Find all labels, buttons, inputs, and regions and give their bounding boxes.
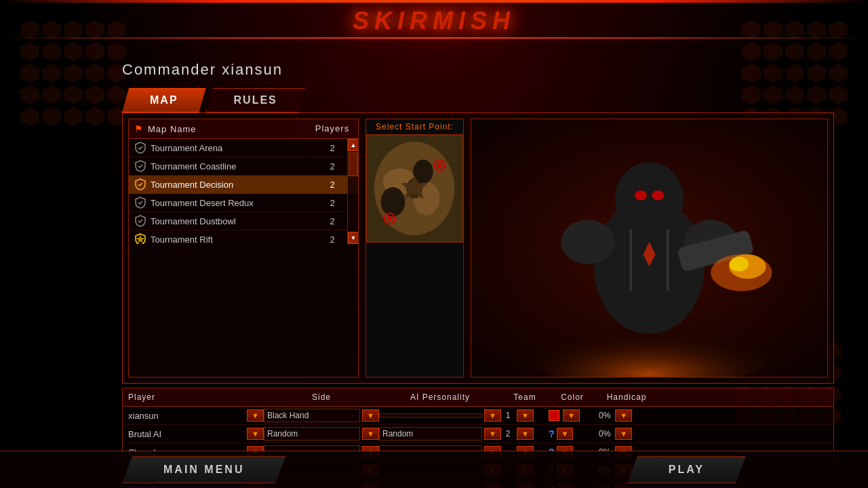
shield-icon [134,178,146,190]
handicap-val-1: 0% [596,428,613,440]
hex-decoration-topleft [20,20,126,126]
team-num-1: 2 [501,428,515,440]
players-header: Players [312,123,353,134]
shield-icon [134,142,146,154]
map-row[interactable]: Tournament Desert Redux 2 [129,194,358,212]
player-dropdown-0[interactable]: ▼ [247,409,264,422]
player-row-0: xiansun ▼ Black Hand ▼ ▼ 1 ▼ ▼ 0% ▼ [123,407,833,425]
map-players: 2 [312,161,353,171]
team-col-header: Team [501,392,549,402]
team-cell-1: 2 ▼ [501,428,549,440]
map-name: Tournament Coastline [151,161,312,171]
map-preview-label: Select Start Point: [366,119,463,134]
dropdown-arrow: ▼ [561,430,569,438]
dropdown-arrow: ▼ [252,430,259,438]
scrollbar-track: ▲ ▼ [347,139,358,244]
flag-icon: ⚑ [134,123,144,134]
map-name: Tournament Arena [151,143,312,153]
svg-marker-0 [136,235,145,243]
bottom-bar: MAIN MENU PLAY [0,451,868,488]
player-name-cell-0: xiansun ▼ [128,409,264,422]
map-preview: Select Start Point: [366,119,464,378]
player-dropdown-1[interactable]: ▼ [247,428,264,440]
side-cell-0: Black Hand ▼ [264,409,379,422]
handicap-val-0: 0% [596,409,613,422]
dropdown-arrow: ▼ [521,430,529,438]
dropdown-arrow: ▼ [489,411,496,420]
ai-value-1: Random [379,427,482,441]
svg-point-10 [437,163,443,168]
ai-value-0 [379,413,482,418]
color-cell-0: ▼ [549,409,596,422]
map-content-panel: ⚑ Map Name Players Tournament Arena 2 To… [122,113,834,384]
shield-icon [134,215,146,227]
player-col-header: Player [128,392,264,402]
color-question-1: ? [549,428,555,439]
dropdown-arrow: ▼ [568,411,575,420]
map-list-header: ⚑ Map Name Players [129,119,358,139]
team-dropdown-1[interactable]: ▼ [517,428,534,440]
tab-rules[interactable]: RULES [206,88,305,113]
map-scroll: Tournament Arena 2 Tournament Coastline … [129,139,358,244]
map-preview-canvas[interactable] [366,134,463,243]
dropdown-arrow: ▼ [489,430,496,438]
map-list: ⚑ Map Name Players Tournament Arena 2 To… [128,119,359,378]
character-illustration [471,119,827,377]
color-cell-1: ? ▼ [549,428,596,440]
side-dropdown-0[interactable]: ▼ [362,409,379,422]
handicap-col-header: Handicap [596,392,657,402]
ai-cell-1: Random ▼ [379,427,501,441]
map-players: 2 [312,198,353,208]
commander-label: Commander xiansun [122,61,283,79]
dropdown-arrow: ▼ [367,411,374,420]
character-art [471,119,828,378]
shield-icon [134,233,146,244]
svg-point-12 [387,216,393,221]
ai-col-header: AI Personality [379,392,501,402]
team-dropdown-0[interactable]: ▼ [517,409,534,422]
tab-map[interactable]: MAP [122,88,206,113]
map-row[interactable]: Tournament Coastline 2 [129,157,358,176]
handicap-dropdown-1[interactable]: ▼ [615,428,632,440]
scroll-down-btn[interactable]: ▼ [348,232,358,244]
dropdown-arrow: ▼ [620,430,627,438]
map-players: 2 [312,235,353,245]
play-button[interactable]: PLAY [627,456,746,483]
dropdown-arrow: ▼ [620,411,627,420]
dropdown-arrow: ▼ [521,411,529,420]
map-name: Tournament Desert Redux [151,198,312,208]
map-row[interactable]: Tournament Dustbowl 2 [129,212,358,230]
side-value-0: Black Hand [264,409,360,422]
ai-dropdown-0[interactable]: ▼ [484,409,501,422]
map-players: 2 [312,180,353,190]
color-dropdown-0[interactable]: ▼ [563,409,580,422]
side-col-header: Side [264,392,379,402]
scroll-thumb[interactable] [349,152,358,176]
map-name: Tournament Dustbowl [151,216,312,226]
player-row-1: Brutal AI ▼ Random ▼ Random ▼ 2 ▼ ? ▼ 0%… [123,425,833,443]
side-dropdown-1[interactable]: ▼ [362,428,379,440]
player-name-cell-1: Brutal AI ▼ [128,428,264,440]
color-dropdown-1[interactable]: ▼ [557,428,574,440]
map-row[interactable]: Tournament Rift 2 [129,230,358,244]
dropdown-arrow: ▼ [252,411,259,420]
svg-point-17 [561,220,615,264]
scroll-up-btn[interactable]: ▲ [348,139,358,151]
dropdown-arrow: ▼ [367,430,374,438]
side-value-1: Random [264,427,360,441]
handicap-cell-1: 0% ▼ [596,428,657,440]
ai-dropdown-1[interactable]: ▼ [484,428,501,440]
svg-point-19 [615,162,684,236]
page-title: SKIRMISH [0,7,868,35]
map-name: Tournament Decision [151,180,312,190]
main-menu-button[interactable]: MAIN MENU [122,456,285,483]
main-area: MAP RULES ⚑ Map Name Players Tournament … [122,88,834,447]
title-underline [0,37,868,39]
svg-point-5 [381,187,406,216]
team-cell-0: 1 ▼ [501,409,549,422]
map-row[interactable]: Tournament Arena 2 [129,139,358,157]
color-col-header: Color [549,392,596,402]
handicap-dropdown-0[interactable]: ▼ [615,409,632,422]
map-row-selected[interactable]: Tournament Decision 2 ▶ [129,176,358,194]
player-name-1: Brutal AI [128,429,244,439]
